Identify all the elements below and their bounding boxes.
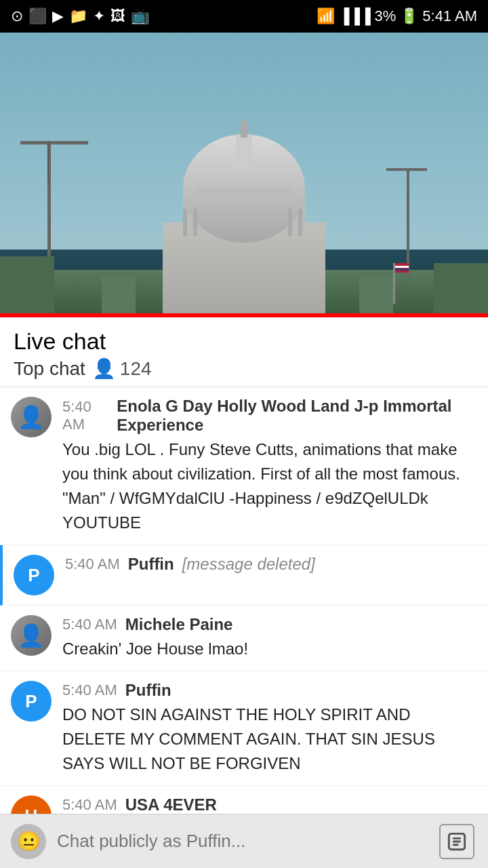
message-author: Enola G Day Holly Wood Land J-p Immortal… [117,397,477,435]
message-meta: 5:40 AM Enola G Day Holly Wood Land J-p … [62,397,477,435]
top-chat-label: Top chat [14,358,85,380]
avatar: P [11,681,52,722]
app-icon-yt: ▶ [52,7,64,25]
svg-rect-8 [183,209,187,236]
viewer-count: 👤 124 [92,357,152,380]
chat-header: Live chat Top chat [0,317,488,387]
svg-rect-23 [102,277,136,317]
message-time: 5:40 AM [65,555,120,573]
send-icon [439,824,474,859]
message-text: Creakin' Joe House lmao! [62,637,477,661]
message-meta: 5:40 AM Puffin [62,681,477,700]
status-right: 📶 ▐▐▐ 3% 🔋 5:41 AM [317,7,477,25]
svg-rect-20 [395,269,409,271]
svg-rect-14 [47,141,49,182]
message-content: 5:40 AM Puffin DO NOT SIN AGAINST THE HO… [62,681,477,776]
svg-rect-16 [386,168,427,171]
battery-percent: 3% [374,7,396,25]
chat-message: P 5:40 AM Puffin [message deleted] [0,545,488,606]
emoji-icon: 😐 [17,830,41,852]
message-text: DO NOT SIN AGAINST THE HOLY SPIRIT AND D… [62,703,477,776]
video-svg [0,33,488,317]
message-time: 5:40 AM [62,682,117,699]
video-player[interactable] [0,33,488,317]
svg-rect-19 [395,266,409,268]
status-left: ⊙ ⬛ ▶ 📁 ✦ 🖼 📺 [11,7,149,25]
emoji-button[interactable]: 😐 [11,824,46,859]
video-progress-bar[interactable] [0,313,488,317]
battery-icon: 🔋 [400,7,418,25]
message-content: 5:40 AM Enola G Day Holly Wood Land J-p … [62,397,477,535]
chat-input-area: 😐 [0,814,488,868]
app-icon-m: ⬛ [28,7,47,25]
app-icon-photo: 🖼 [110,7,125,25]
app-icon-folder: 📁 [69,7,87,25]
wifi-icon: 📶 [317,7,335,25]
top-chat-row: Top chat 👤 124 [14,357,474,380]
message-meta: 5:40 AM USA 4EVER [62,795,477,814]
chat-messages: 👤 5:40 AM Enola G Day Holly Wood Land J-… [0,387,488,868]
svg-rect-9 [193,209,197,236]
message-content: 5:40 AM Michele Paine Creakin' Joe House… [62,615,477,661]
avatar: P [14,555,54,595]
send-button[interactable] [436,821,477,862]
chat-message: P 5:40 AM Puffin DO NOT SIN AGAINST THE … [0,671,488,786]
avatar: 👤 [11,615,52,656]
message-content: 5:40 AM Puffin [message deleted] [65,555,477,576]
chat-message: 👤 5:40 AM Michele Paine Creakin' Joe Hou… [0,606,488,671]
chat-header-top: Live chat [14,328,474,355]
clock: 5:41 AM [422,7,477,25]
status-bar: ⊙ ⬛ ▶ 📁 ✦ 🖼 📺 📶 ▐▐▐ 3% 🔋 5:41 AM [0,0,488,33]
svg-rect-5 [197,189,291,202]
message-deleted-text: [message deleted] [182,555,315,574]
message-time: 5:40 AM [62,796,117,814]
video-scene [0,33,488,317]
message-author: USA 4EVER [125,795,217,814]
live-chat-title: Live chat [14,328,106,355]
app-icon-tv: 📺 [131,7,149,25]
message-time: 5:40 AM [62,616,117,633]
app-icon-share: ✦ [93,7,105,25]
svg-rect-7 [241,121,247,138]
svg-rect-13 [20,141,88,144]
chat-input[interactable] [57,831,426,852]
signal-bars: ▐▐▐ [339,7,371,25]
message-meta: 5:40 AM Michele Paine [62,615,477,634]
svg-rect-22 [434,263,488,317]
avatar: 👤 [11,397,52,437]
svg-rect-24 [359,277,393,317]
notification-icon: ⊙ [11,7,23,25]
viewer-icon: 👤 [92,357,116,380]
message-text: You .big LOL . Funy Steve Cutts, animati… [62,437,477,535]
svg-rect-21 [0,256,54,317]
viewer-number: 124 [120,358,152,380]
message-time: 5:40 AM [62,398,108,433]
message-author: Michele Paine [125,615,233,634]
svg-rect-15 [407,168,409,277]
svg-rect-11 [298,209,302,236]
svg-rect-6 [236,134,252,168]
chat-message: 👤 5:40 AM Enola G Day Holly Wood Land J-… [0,387,488,545]
message-author: Puffin [125,681,171,700]
svg-rect-17 [393,263,395,304]
message-meta: 5:40 AM Puffin [message deleted] [65,555,477,574]
svg-rect-10 [288,209,292,236]
message-author: Puffin [128,555,174,574]
